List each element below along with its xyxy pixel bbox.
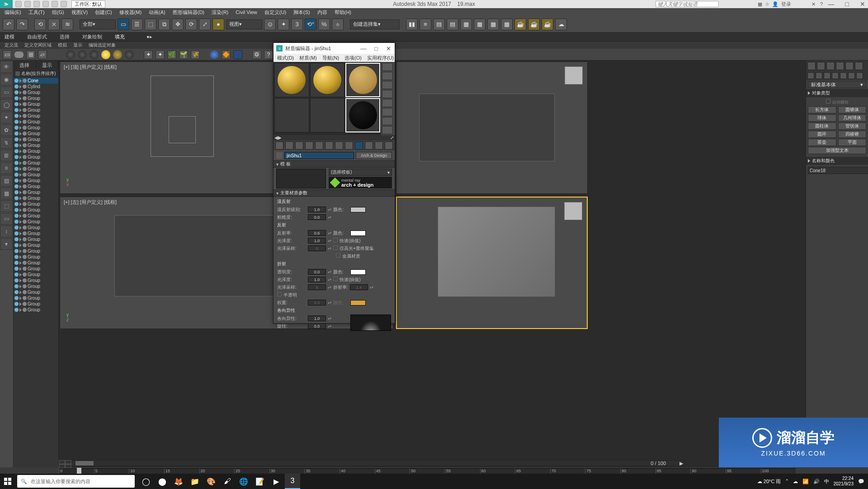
task-view-button[interactable]: ◯ xyxy=(138,474,154,489)
btn-teapot[interactable]: 茶壶 xyxy=(808,139,836,146)
me-tb-11[interactable] xyxy=(375,141,383,150)
menu-help[interactable]: 帮助(H) xyxy=(335,9,351,16)
taskbar-app-cortana[interactable]: ⬤ xyxy=(155,474,170,489)
taskbar-app-generic[interactable]: ▶ xyxy=(269,474,284,489)
pivot-button[interactable]: ⊙ xyxy=(264,19,276,30)
layer-row[interactable]: Group xyxy=(14,242,58,248)
sample-slot-4[interactable] xyxy=(274,98,309,132)
signin-label[interactable]: 登录 xyxy=(781,1,791,8)
menu-rendering[interactable]: 渲染(R) xyxy=(212,9,228,16)
se-tab-select[interactable]: 选择 xyxy=(14,61,36,70)
cat-lights[interactable] xyxy=(824,72,830,79)
cat-cameras[interactable] xyxy=(832,72,839,79)
swatch-reflection[interactable] xyxy=(350,230,366,236)
select-object-button[interactable]: ▭ xyxy=(118,19,129,30)
me-tb-6[interactable] xyxy=(325,141,333,150)
layer-row[interactable]: Group xyxy=(14,207,58,213)
ribbon-sub-editsel[interactable]: 编辑选定对象 xyxy=(89,42,116,48)
se-tool-5[interactable]: ✦ xyxy=(0,112,13,123)
mirror-button[interactable]: ▮▮ xyxy=(406,19,418,30)
layer-row[interactable]: Group xyxy=(14,166,58,172)
me-side-4[interactable] xyxy=(382,90,393,98)
me-tb-10[interactable] xyxy=(365,141,373,150)
layer-row[interactable]: Group xyxy=(14,307,58,313)
viewcube-persp[interactable] xyxy=(564,202,582,220)
btn-cone[interactable]: 圆锥体 xyxy=(838,106,867,113)
account-area[interactable]: ▦ ☆ 👤 登录 xyxy=(758,1,791,8)
layer-row[interactable]: Group xyxy=(14,301,58,307)
object-name-field[interactable] xyxy=(808,167,868,174)
me-side-1[interactable] xyxy=(382,63,393,71)
shelf-sun-icon[interactable] xyxy=(101,50,110,59)
rotate-button[interactable]: ⟳ xyxy=(185,19,197,30)
btn-geosphere[interactable]: 几何球体 xyxy=(838,114,867,122)
me-tb-9[interactable] xyxy=(355,141,363,150)
layer-row[interactable]: Group xyxy=(14,195,58,201)
tab-create[interactable] xyxy=(807,62,816,70)
tray-wifi-icon[interactable]: 📶 xyxy=(802,479,809,484)
shelf-box-icon[interactable] xyxy=(233,50,242,59)
se-tool-12[interactable]: ⬚ xyxy=(0,200,13,212)
me-tb-4[interactable] xyxy=(305,141,313,150)
unlink-button[interactable]: ⤫ xyxy=(48,19,60,30)
bind-button[interactable]: ≋ xyxy=(61,19,73,30)
qat-open-icon[interactable] xyxy=(24,1,31,7)
me-side-5[interactable] xyxy=(382,99,393,107)
btn-textplus[interactable]: 加强型文本 xyxy=(808,147,866,154)
qat-new-icon[interactable] xyxy=(15,1,22,7)
curve-editor-button[interactable]: ▤ xyxy=(447,19,458,30)
qat-undo-icon[interactable] xyxy=(42,1,49,7)
shelf-brush1-icon[interactable]: ✦ xyxy=(144,50,153,59)
refcoord-dropdown[interactable]: 视图 ▾ xyxy=(226,19,262,29)
ribbon-tab-freeform[interactable]: 自由形式 xyxy=(27,33,47,40)
btn-tube[interactable]: 管状体 xyxy=(838,122,867,130)
layer-row[interactable]: Group xyxy=(14,107,58,113)
viewport-bottom-scrollbar[interactable]: ◀ 0 / 100▶ xyxy=(60,460,684,466)
check-hlonly[interactable]: 仅高光+最终聚集 xyxy=(340,246,374,251)
tray-cloud-icon[interactable]: ☁ xyxy=(793,479,798,484)
shelf-help-icon[interactable]: ? xyxy=(264,50,273,59)
window-crossing-button[interactable]: ⧉ xyxy=(158,19,170,30)
shelf-bluesphere-icon[interactable] xyxy=(210,50,219,59)
tab-utilities[interactable] xyxy=(855,62,863,70)
menu-modifiers[interactable]: 修改器(M) xyxy=(119,9,142,16)
menu-grapheditors[interactable]: 图形编辑器(D) xyxy=(173,9,204,16)
check-translucency[interactable]: 半透明 xyxy=(283,292,297,297)
layer-row[interactable]: Group xyxy=(14,89,58,95)
menu-civilview[interactable]: Civil View xyxy=(236,9,257,15)
menu-animation[interactable]: 动画(A) xyxy=(149,9,165,16)
layer-row[interactable]: Group xyxy=(14,295,58,301)
tray-volume-icon[interactable]: 🔊 xyxy=(813,479,820,484)
tray-chevron-up-icon[interactable]: ˄ xyxy=(786,479,788,484)
tab-hierarchy[interactable] xyxy=(826,62,835,70)
menu-content[interactable]: 内容 xyxy=(317,9,327,16)
snap-toggle[interactable]: 3 xyxy=(291,19,303,30)
se-tool-6[interactable]: ✿ xyxy=(0,124,13,136)
me-minimize-button[interactable]: — xyxy=(360,45,366,52)
shelf-sphere3-icon[interactable] xyxy=(90,50,99,59)
viewport-left-label[interactable]: [+] [左] [用户定义] [线框] xyxy=(64,199,117,206)
me-tb-8[interactable] xyxy=(345,141,353,150)
taskbar-app-palette[interactable]: 🖌 xyxy=(220,474,235,489)
layers-button[interactable]: ▤ xyxy=(433,19,445,30)
me-menu-material[interactable]: 材质(M) xyxy=(299,55,317,61)
template-dropdown[interactable]: (选择模板)▾ xyxy=(329,169,392,176)
se-tool-14[interactable]: ↕ xyxy=(0,226,13,237)
ribbon-tab-objectpaint[interactable]: 对象绘制 xyxy=(82,33,102,40)
layer-row[interactable]: Group xyxy=(14,201,58,207)
minimize-button[interactable]: — xyxy=(828,0,835,8)
material-editor-button[interactable]: ▦ xyxy=(474,19,486,30)
shelf-gear-icon[interactable]: ⚙ xyxy=(252,50,261,59)
menu-views[interactable]: 视图(V) xyxy=(71,9,88,16)
me-menu-options[interactable]: 选项(O) xyxy=(344,55,362,61)
me-side-2[interactable] xyxy=(382,72,393,80)
ribbon-tab-selection[interactable]: 选择 xyxy=(60,33,70,40)
qat-save-icon[interactable] xyxy=(33,1,40,7)
taskbar-app-3dsmax[interactable]: 3 xyxy=(285,474,300,489)
spinner-diffuse-level[interactable]: 1.0 xyxy=(308,207,326,212)
layer-row[interactable]: Group xyxy=(14,219,58,225)
ribbon-record-icon[interactable]: ●▸ xyxy=(146,34,152,40)
layer-row[interactable]: Group xyxy=(14,277,58,283)
layer-row[interactable]: Group xyxy=(14,113,58,119)
person-icon[interactable]: 👤 xyxy=(772,1,778,7)
